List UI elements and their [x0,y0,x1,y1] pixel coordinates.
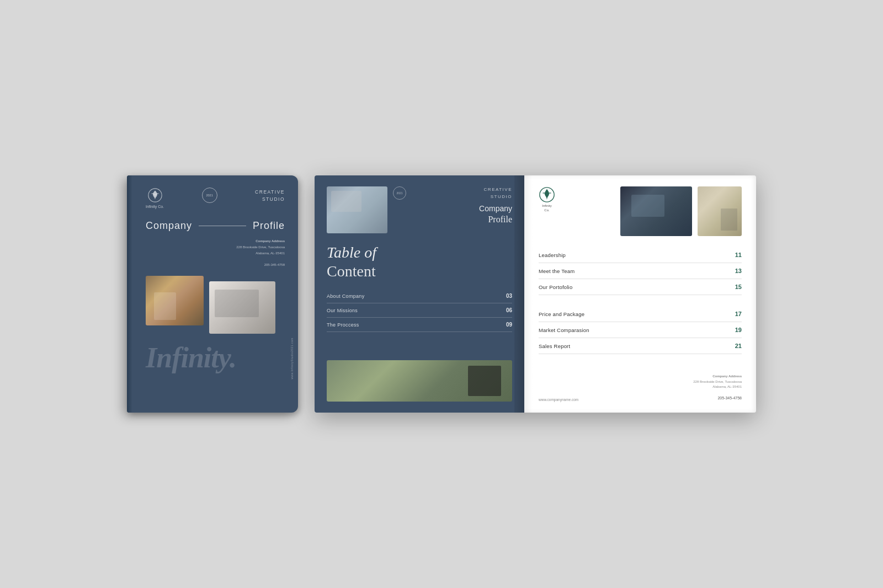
cover-logo-icon [147,188,163,203]
left-photo-strip [327,360,512,402]
toc-heading-content: Content [327,262,512,281]
right-footer-website: www.companyname.com [539,398,578,402]
left-top-image [327,186,387,233]
left-studio-label: CREATIVE STUDIO [479,186,512,201]
toc-heading: Table of [327,243,512,262]
cover-profile-text: Profile [253,220,285,232]
right-logo-text: InfinityCo. [542,204,551,213]
cover-studio-text: CREATIVE STUDIO [255,189,285,203]
right-toc-price: Price and Package 17 [539,306,742,322]
right-footer: www.companyname.com Company Address 228 … [539,374,742,402]
left-title-area: CREATIVE STUDIO Company Profile [479,186,512,224]
right-toc-market: Market Comparasion 19 [539,322,742,338]
left-year-badge: 2021 [393,186,406,200]
cover-side-text: www.InfinityStudio2021.com [290,338,294,379]
toc-item-process: The Proccess 09 [327,318,512,332]
page-spine-shadow [514,175,524,413]
right-toc-portfolio: Our Portofolio 15 [539,279,742,295]
right-spine-shadow [524,175,533,413]
cover-desk-image [146,276,204,325]
right-toc-items-2: Price and Package 17 Market Comparasion … [539,306,742,354]
cover-laptop-image [209,281,275,334]
right-images [620,186,742,236]
cover-logo: Infinity Co. [146,188,164,209]
right-logo-area: InfinityCo. [539,186,555,213]
toc-section: Table of Content [327,243,512,280]
right-logo-icon [539,186,555,203]
left-bottom-photo [327,360,512,402]
right-toc-leadership: Leadership 11 [539,247,742,263]
front-cover: Infinity Co. 2021 CREATIVE STUDIO Compan… [127,175,298,413]
cover-title-area: Company Profile [146,220,285,232]
cover-company-text: Company [146,220,192,232]
right-notes-image [698,186,742,236]
cover-divider-line [199,226,246,226]
left-profile-title: Profile [479,215,512,224]
cover-brand-name: Infinity. [146,344,285,372]
cover-header: Infinity Co. 2021 CREATIVE STUDIO [146,188,285,209]
left-logo-area [327,186,387,233]
cover-images-area [146,276,285,334]
left-header: 2021 CREATIVE STUDIO Company Profile [327,186,512,233]
page-right: InfinityCo. Leadership 11 Meet the Team … [524,175,756,413]
scene: Infinity Co. 2021 CREATIVE STUDIO Compan… [105,142,778,446]
right-toc-items-1: Leadership 11 Meet the Team 13 Our Porto… [539,247,742,295]
right-toc-team: Meet the Team 13 [539,263,742,279]
toc-items: About Company 03 Our Missions 06 The Pro… [327,289,512,332]
cover-spine [127,175,132,413]
cover-address: Company Address 228 Brookside Drive, Tus… [146,238,285,268]
left-company-title: Company [479,204,512,213]
open-book: 2021 CREATIVE STUDIO Company Profile [315,175,756,413]
right-toc-sales: Sales Report 21 [539,338,742,354]
cover-year-badge: 2021 [202,188,217,203]
page-left: 2021 CREATIVE STUDIO Company Profile [315,175,524,413]
right-footer-phone: 205-345-4758 [717,396,742,400]
toc-item-missions: Our Missions 06 [327,303,512,318]
right-team-image [620,186,692,236]
cover-logo-text: Infinity Co. [146,204,164,209]
toc-item-about: About Company 03 [327,289,512,303]
right-header: InfinityCo. [539,186,742,236]
right-footer-address: Company Address 228 Brookside Drive, Tus… [693,374,742,402]
